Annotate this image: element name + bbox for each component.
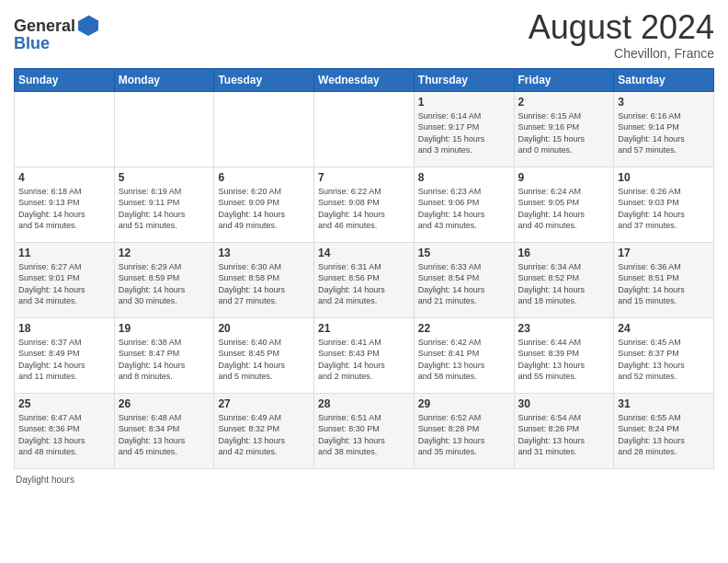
day-number: 31 [618,397,710,410]
month-title: August 2024 [529,9,714,46]
day-info: Sunrise: 6:29 AM Sunset: 8:59 PM Dayligh… [119,261,210,307]
day-info: Sunrise: 6:26 AM Sunset: 9:03 PM Dayligh… [618,186,710,232]
calendar-cell: 16Sunrise: 6:34 AM Sunset: 8:52 PM Dayli… [514,242,614,317]
day-info: Sunrise: 6:20 AM Sunset: 9:09 PM Dayligh… [218,186,310,232]
day-info: Sunrise: 6:48 AM Sunset: 8:34 PM Dayligh… [119,412,210,458]
calendar-cell: 29Sunrise: 6:52 AM Sunset: 8:28 PM Dayli… [414,393,514,468]
col-thursday: Thursday [414,68,514,91]
day-number: 18 [18,322,110,335]
day-number: 17 [618,247,710,259]
header-row: Sunday Monday Tuesday Wednesday Thursday… [15,68,714,91]
calendar-cell: 30Sunrise: 6:54 AM Sunset: 8:26 PM Dayli… [514,393,614,468]
calendar-cell: 6Sunrise: 6:20 AM Sunset: 9:09 PM Daylig… [214,167,314,242]
calendar-cell: 13Sunrise: 6:30 AM Sunset: 8:58 PM Dayli… [214,242,314,317]
day-number: 20 [218,322,310,335]
day-info: Sunrise: 6:14 AM Sunset: 9:17 PM Dayligh… [418,110,510,156]
day-info: Sunrise: 6:23 AM Sunset: 9:06 PM Dayligh… [418,186,510,232]
day-info: Sunrise: 6:19 AM Sunset: 9:11 PM Dayligh… [119,186,210,232]
calendar-cell: 1Sunrise: 6:14 AM Sunset: 9:17 PM Daylig… [414,91,514,167]
col-monday: Monday [114,68,214,91]
day-number: 14 [318,247,410,259]
day-info: Sunrise: 6:47 AM Sunset: 8:36 PM Dayligh… [18,412,110,458]
col-tuesday: Tuesday [214,68,314,91]
week-row-5: 25Sunrise: 6:47 AM Sunset: 8:36 PM Dayli… [15,393,714,468]
day-number: 11 [18,247,110,259]
day-info: Sunrise: 6:34 AM Sunset: 8:52 PM Dayligh… [518,261,610,307]
calendar-cell: 2Sunrise: 6:15 AM Sunset: 9:16 PM Daylig… [514,91,614,167]
col-sunday: Sunday [15,68,115,91]
calendar-cell: 17Sunrise: 6:36 AM Sunset: 8:51 PM Dayli… [614,242,714,317]
day-info: Sunrise: 6:38 AM Sunset: 8:47 PM Dayligh… [119,337,210,383]
col-wednesday: Wednesday [314,68,415,91]
calendar-cell: 10Sunrise: 6:26 AM Sunset: 9:03 PM Dayli… [614,167,714,242]
day-number: 7 [318,171,410,184]
week-row-1: 1Sunrise: 6:14 AM Sunset: 9:17 PM Daylig… [15,91,714,167]
calendar-cell: 31Sunrise: 6:55 AM Sunset: 8:24 PM Dayli… [614,393,714,468]
day-number: 3 [618,96,710,109]
calendar-cell: 24Sunrise: 6:45 AM Sunset: 8:37 PM Dayli… [614,317,714,393]
day-number: 5 [119,171,210,184]
calendar-cell: 25Sunrise: 6:47 AM Sunset: 8:36 PM Dayli… [15,393,115,468]
day-number: 13 [218,247,310,259]
calendar-cell: 22Sunrise: 6:42 AM Sunset: 8:41 PM Dayli… [414,317,514,393]
daylight-label: Daylight hours [16,475,74,485]
day-number: 6 [218,171,310,184]
calendar-cell: 7Sunrise: 6:22 AM Sunset: 9:08 PM Daylig… [314,167,415,242]
calendar-cell: 19Sunrise: 6:38 AM Sunset: 8:47 PM Dayli… [114,317,214,393]
calendar-cell [214,91,314,167]
day-number: 9 [518,171,610,184]
calendar-cell: 5Sunrise: 6:19 AM Sunset: 9:11 PM Daylig… [114,167,214,242]
calendar-cell: 14Sunrise: 6:31 AM Sunset: 8:56 PM Dayli… [314,242,415,317]
day-info: Sunrise: 6:49 AM Sunset: 8:32 PM Dayligh… [218,412,310,458]
day-info: Sunrise: 6:22 AM Sunset: 9:08 PM Dayligh… [318,186,410,232]
day-number: 15 [418,247,510,259]
week-row-3: 11Sunrise: 6:27 AM Sunset: 9:01 PM Dayli… [15,242,714,317]
calendar-cell: 20Sunrise: 6:40 AM Sunset: 8:45 PM Dayli… [214,317,314,393]
day-number: 10 [618,171,710,184]
day-info: Sunrise: 6:30 AM Sunset: 8:58 PM Dayligh… [218,261,310,307]
day-info: Sunrise: 6:16 AM Sunset: 9:14 PM Dayligh… [618,110,710,156]
day-number: 1 [418,96,510,109]
day-number: 30 [518,397,610,410]
day-number: 22 [418,322,510,335]
calendar-cell: 28Sunrise: 6:51 AM Sunset: 8:30 PM Dayli… [314,393,415,468]
day-number: 23 [518,322,610,335]
calendar-cell: 9Sunrise: 6:24 AM Sunset: 9:05 PM Daylig… [514,167,614,242]
calendar-cell: 21Sunrise: 6:41 AM Sunset: 8:43 PM Dayli… [314,317,415,393]
day-number: 16 [518,247,610,259]
calendar-cell: 26Sunrise: 6:48 AM Sunset: 8:34 PM Dayli… [114,393,214,468]
calendar-cell: 23Sunrise: 6:44 AM Sunset: 8:39 PM Dayli… [514,317,614,393]
calendar-cell: 18Sunrise: 6:37 AM Sunset: 8:49 PM Dayli… [15,317,115,393]
day-info: Sunrise: 6:45 AM Sunset: 8:37 PM Dayligh… [618,337,710,383]
calendar-cell: 4Sunrise: 6:18 AM Sunset: 9:13 PM Daylig… [15,167,115,242]
page-container: General Blue August 2024 Chevillon, Fran… [0,0,728,494]
logo-icon [76,14,100,38]
title-block: August 2024 Chevillon, France [529,9,714,61]
day-info: Sunrise: 6:36 AM Sunset: 8:51 PM Dayligh… [618,261,710,307]
logo-blue-text: Blue [14,34,50,53]
calendar-cell: 11Sunrise: 6:27 AM Sunset: 9:01 PM Dayli… [15,242,115,317]
day-number: 24 [618,322,710,335]
calendar-cell [314,91,415,167]
footer: Daylight hours [14,475,714,485]
day-info: Sunrise: 6:31 AM Sunset: 8:56 PM Dayligh… [318,261,410,307]
day-info: Sunrise: 6:37 AM Sunset: 8:49 PM Dayligh… [18,337,110,383]
day-number: 12 [119,247,210,259]
calendar-cell: 3Sunrise: 6:16 AM Sunset: 9:14 PM Daylig… [614,91,714,167]
week-row-2: 4Sunrise: 6:18 AM Sunset: 9:13 PM Daylig… [15,167,714,242]
day-info: Sunrise: 6:15 AM Sunset: 9:16 PM Dayligh… [518,110,610,156]
day-info: Sunrise: 6:24 AM Sunset: 9:05 PM Dayligh… [518,186,610,232]
logo: General Blue [14,14,100,53]
day-number: 21 [318,322,410,335]
calendar-table: Sunday Monday Tuesday Wednesday Thursday… [14,68,714,469]
header: General Blue August 2024 Chevillon, Fran… [14,9,714,61]
day-info: Sunrise: 6:18 AM Sunset: 9:13 PM Dayligh… [18,186,110,232]
calendar-cell [15,91,115,167]
col-friday: Friday [514,68,614,91]
day-info: Sunrise: 6:54 AM Sunset: 8:26 PM Dayligh… [518,412,610,458]
day-info: Sunrise: 6:44 AM Sunset: 8:39 PM Dayligh… [518,337,610,383]
day-number: 26 [119,397,210,410]
day-number: 25 [18,397,110,410]
day-info: Sunrise: 6:33 AM Sunset: 8:54 PM Dayligh… [418,261,510,307]
day-info: Sunrise: 6:52 AM Sunset: 8:28 PM Dayligh… [418,412,510,458]
